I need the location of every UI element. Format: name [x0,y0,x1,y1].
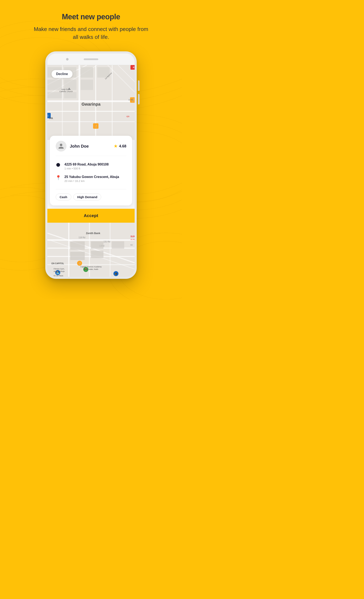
destination-icon: 📍 [56,176,61,180]
phone-vol-down-button [138,94,140,104]
svg-text:131 Rd: 131 Rd [104,241,110,243]
map-view-bottom: 118 Rd 13Rd 131 Rd Zenith Bank SUNCOUR A… [47,223,135,277]
phone-top-bar [47,53,135,65]
svg-text:uja: uja [126,115,130,117]
star-icon: ★ [114,143,118,149]
svg-text:M.I.B Plaza: M.I.B Plaza [54,275,63,277]
phone-speaker [84,58,98,60]
rating-row: ★ 4.68 [114,143,126,149]
page-title: Meet new people [62,12,120,21]
phone-vol-up-button [138,80,140,91]
user-name: John Doe [70,144,89,149]
svg-text:arinpa, Abuja: arinpa, Abuja [54,270,65,272]
svg-rect-52 [68,223,69,277]
svg-rect-54 [110,223,111,277]
destination-meta: 20 min • 16.2 km [64,179,119,183]
phone-mockup: Gwarinpa Holy Cross Catholic Church 1st … [45,51,137,279]
map-view-top: Gwarinpa Holy Cross Catholic Church 1st … [47,65,135,140]
tag-cash: Cash [56,194,71,200]
svg-text:Gwarinpa: Gwarinpa [81,102,101,106]
svg-text:🛒: 🛒 [47,114,50,117]
origin-item: 4225 69 Road, Abuja 900108 1 min • 500 f… [56,160,126,173]
svg-rect-48 [47,239,135,241]
svg-rect-26 [47,80,62,90]
svg-rect-12 [47,111,135,112]
tag-high-demand: High Demand [73,194,101,200]
rating-value: 4.68 [119,144,126,149]
svg-text:Zenith Bank: Zenith Bank [86,232,100,235]
svg-rect-62 [91,241,104,249]
svg-text:SUNCOUR: SUNCOUR [130,235,135,238]
svg-text:Capital Science Academy: Capital Science Academy [80,266,102,268]
svg-rect-30 [64,92,77,98]
svg-text:PA: PA [49,117,53,120]
accept-button[interactable]: Accept [47,209,135,223]
svg-text:🍴: 🍴 [78,262,81,265]
svg-text:At Home: At Home [130,238,135,241]
svg-rect-61 [70,252,85,260]
ride-request-card: John Doe ★ 4.68 4225 69 Road, Abuja [50,136,132,205]
svg-text:118 Rd: 118 Rd [78,236,85,239]
svg-text:H: H [133,66,134,69]
svg-rect-63 [91,251,104,258]
svg-rect-28 [81,80,93,90]
destination-item: 📍 25 Yakubu Gowon Crescent, Abuja 20 min… [56,173,126,185]
avatar [56,141,67,151]
svg-text:🎓: 🎓 [114,272,118,275]
svg-text:Catholic Church: Catholic Church [60,90,73,93]
svg-rect-13 [47,121,135,122]
origin-icon [56,163,61,167]
origin-meta: 1 min • 500 ft [64,167,109,170]
phone-camera [66,58,69,61]
svg-text:🍴: 🍴 [94,124,97,128]
svg-rect-60 [70,241,85,250]
user-info-row: John Doe ★ 4.68 [56,141,126,156]
svg-rect-29 [47,92,62,98]
destination-address: 25 Yakubu Gowon Crescent, Abuja [64,175,119,179]
svg-text:Bua Estate, Kado: Bua Estate, Kado [84,268,98,270]
svg-rect-24 [81,67,93,78]
route-info: 4225 69 Road, Abuja 900108 1 min • 500 f… [56,160,126,189]
origin-address: 4225 69 Road, Abuja 900108 [64,163,109,166]
tags-row: Cash High Demand [56,194,126,200]
svg-text:14 Rd: 14 Rd [128,99,133,101]
svg-text:EN CAPITOL: EN CAPITOL [52,262,64,265]
svg-text:B2: B2 [130,244,133,246]
svg-text:Fitness Gym,: Fitness Gym, [54,268,65,270]
svg-rect-64 [112,241,124,249]
decline-button[interactable]: Decline [52,70,72,78]
svg-rect-16 [112,65,113,140]
page-subtitle: Make new friends and connect with people… [33,25,149,41]
